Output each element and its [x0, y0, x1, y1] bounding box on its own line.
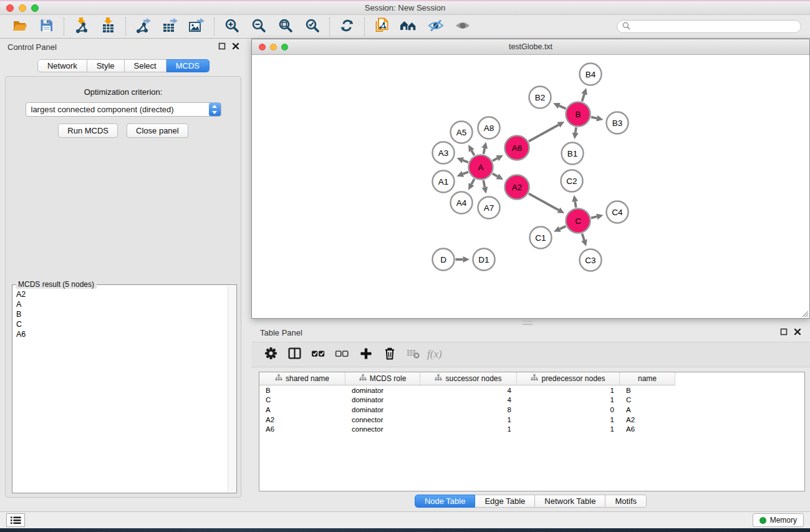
result-item[interactable]: C	[16, 319, 233, 329]
zoom-window-button[interactable]	[31, 4, 39, 12]
edge-A6-B[interactable]	[529, 125, 559, 141]
cell-predecessor-nodes[interactable]: 1	[517, 387, 620, 394]
mcds-result-list[interactable]: A2ABCA6	[12, 285, 236, 344]
zoom-in-button[interactable]	[218, 17, 245, 37]
optimization-criterion-dropdown[interactable]: largest connected component (directed)	[26, 102, 221, 117]
edge-A-A8[interactable]	[483, 148, 485, 154]
float-panel-icon[interactable]	[218, 41, 226, 52]
table-row[interactable]: Bdominator41B	[259, 385, 804, 395]
cell-shared-name[interactable]: A6	[259, 425, 345, 433]
graph-node-D1[interactable]: D1	[473, 249, 495, 271]
memory-button[interactable]: Memory	[753, 513, 804, 527]
zoom-out-button[interactable]	[245, 17, 272, 37]
network-minimize-button[interactable]	[270, 44, 277, 51]
graph-node-A2[interactable]: A2	[505, 175, 529, 200]
edge-A-A1[interactable]	[463, 172, 468, 174]
export-network-button[interactable]	[130, 17, 157, 37]
export-table-button[interactable]	[157, 17, 183, 37]
select-all-button[interactable]	[309, 346, 327, 364]
column-header-name[interactable]: name	[620, 372, 675, 385]
result-item[interactable]: A6	[16, 329, 233, 339]
table-row[interactable]: Adominator80A	[259, 405, 804, 415]
tab-select[interactable]: Select	[125, 59, 166, 72]
edge-A-A2[interactable]	[493, 173, 498, 176]
cell-successor-nodes[interactable]: 1	[420, 416, 517, 423]
column-header-MCDS-role[interactable]: MCDS role	[345, 372, 420, 385]
home-button[interactable]	[395, 17, 422, 37]
cell-name[interactable]: A	[620, 406, 675, 414]
result-item[interactable]: A	[16, 299, 233, 309]
graph-node-A4[interactable]: A4	[451, 192, 473, 214]
edge-A-A6[interactable]	[493, 158, 498, 161]
network-zoom-button[interactable]	[281, 44, 288, 51]
edge-B-B4[interactable]	[582, 94, 584, 102]
tab-motifs[interactable]: Motifs	[605, 495, 647, 508]
gear-button[interactable]	[262, 346, 280, 364]
graph-node-B4[interactable]: B4	[580, 64, 602, 85]
delete-column-button[interactable]	[380, 346, 398, 364]
minimize-window-button[interactable]	[19, 4, 26, 12]
edge-C-C2[interactable]	[575, 201, 576, 208]
graph-node-B1[interactable]: B1	[562, 143, 584, 165]
graph-node-C1[interactable]: C1	[530, 227, 552, 249]
graph-node-C4[interactable]: C4	[607, 201, 629, 223]
network-window-titlebar[interactable]: testGlobe.txt	[252, 39, 809, 55]
column-header-successor-nodes[interactable]: successor nodes	[420, 372, 517, 385]
close-panel-icon[interactable]	[232, 41, 239, 52]
cell-shared-name[interactable]: B	[259, 387, 345, 394]
cell-successor-nodes[interactable]: 1	[420, 425, 517, 433]
cell-MCDS-role[interactable]: dominator	[345, 396, 420, 404]
cell-shared-name[interactable]: C	[259, 396, 345, 404]
refresh-layout-button[interactable]	[334, 17, 360, 37]
graph-node-C[interactable]: C	[566, 209, 591, 233]
search-field[interactable]	[617, 20, 801, 33]
network-canvas[interactable]: B4B2BB3A8A5A6A3B1AC2A1A2A4A7C4CC1C3DD1	[252, 55, 809, 318]
tab-network-table[interactable]: Network Table	[535, 495, 605, 508]
open-session-button[interactable]	[6, 17, 33, 37]
edge-C-C1[interactable]	[560, 226, 566, 229]
cell-successor-nodes[interactable]: 4	[420, 396, 517, 404]
edge-B-B3[interactable]	[591, 117, 597, 118]
table-row[interactable]: A6connector11A6	[259, 424, 804, 434]
cell-MCDS-role[interactable]: connector	[345, 416, 420, 423]
tab-edge-table[interactable]: Edge Table	[475, 495, 535, 508]
edge-B-B2[interactable]	[559, 106, 566, 109]
zoom-fit-button[interactable]	[272, 17, 299, 37]
hide-graphics-details-button[interactable]	[422, 17, 449, 37]
close-window-button[interactable]	[6, 4, 14, 12]
cell-name[interactable]: B	[620, 387, 675, 394]
show-graphics-details-button[interactable]	[449, 17, 476, 37]
deselect-all-button[interactable]	[333, 346, 351, 364]
cell-name[interactable]: C	[620, 396, 675, 404]
edge-A-A3[interactable]	[463, 160, 468, 162]
graph-node-A[interactable]: A	[469, 155, 493, 180]
edge-C-C3[interactable]	[582, 233, 584, 240]
tab-mcds[interactable]: MCDS	[166, 59, 210, 72]
close-panel-button[interactable]: Close panel	[127, 123, 188, 138]
network-graph[interactable]: B4B2BB3A8A5A6A3B1AC2A1A2A4A7C4CC1C3DD1	[252, 55, 809, 318]
cell-MCDS-role[interactable]: dominator	[345, 406, 420, 414]
cell-MCDS-role[interactable]: dominator	[345, 387, 420, 394]
graph-node-A6[interactable]: A6	[505, 136, 529, 160]
search-input[interactable]	[634, 22, 796, 31]
cell-predecessor-nodes[interactable]: 1	[517, 425, 620, 433]
graph-node-B[interactable]: B	[566, 102, 591, 127]
graph-node-A3[interactable]: A3	[433, 142, 455, 164]
graph-node-C2[interactable]: C2	[561, 170, 583, 192]
cell-shared-name[interactable]: A	[259, 406, 345, 414]
save-session-button[interactable]	[33, 17, 60, 37]
cell-name[interactable]: A2	[620, 416, 675, 423]
cell-predecessor-nodes[interactable]: 0	[517, 406, 620, 414]
graph-node-A8[interactable]: A8	[478, 117, 500, 139]
task-history-button[interactable]	[6, 513, 25, 527]
columns-button[interactable]	[286, 346, 304, 364]
column-header-predecessor-nodes[interactable]: predecessor nodes	[517, 372, 620, 385]
edge-C-C4[interactable]	[591, 216, 597, 218]
table-row[interactable]: A2connector11A2	[259, 415, 804, 425]
float-table-panel-icon[interactable]	[780, 327, 788, 338]
graph-node-D[interactable]: D	[433, 249, 455, 271]
graph-node-A5[interactable]: A5	[451, 122, 473, 143]
graph-node-B2[interactable]: B2	[529, 87, 551, 109]
zoom-selected-button[interactable]	[299, 17, 325, 37]
edge-A-A5[interactable]	[471, 150, 474, 155]
